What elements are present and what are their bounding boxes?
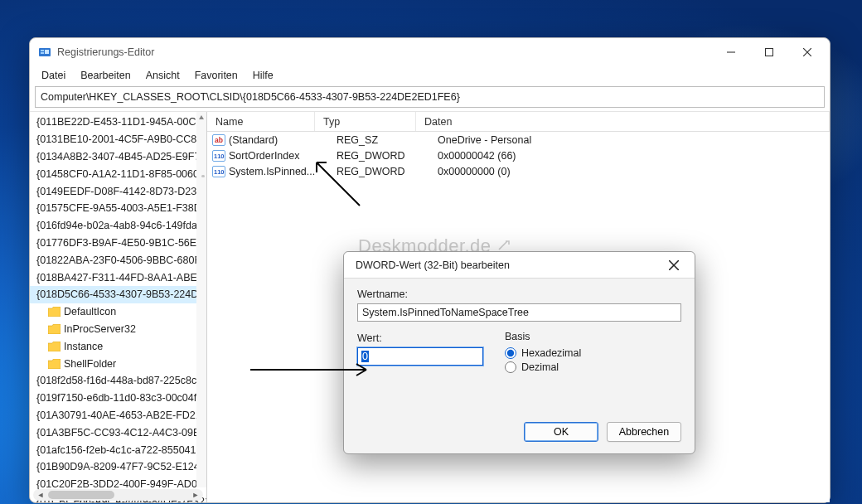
- scroll-right-icon[interactable]: ►: [190, 489, 201, 501]
- wertname-field[interactable]: System.IsPinnedToNameSpaceTree: [357, 303, 681, 322]
- folder-icon: [48, 307, 61, 317]
- wertname-value: System.IsPinnedToNameSpaceTree: [362, 307, 529, 318]
- annotation-arrow-2: [249, 361, 373, 379]
- menu-ansicht[interactable]: Ansicht: [139, 68, 186, 83]
- column-typ[interactable]: Typ: [315, 112, 416, 131]
- tree-item-label: DefaultIcon: [64, 306, 116, 317]
- tree-item[interactable]: {01822ABA-23F0-4506-9BBC-680F5D(}: [30, 251, 206, 269]
- radio-dec-input[interactable]: [505, 361, 516, 373]
- tree-item-label: {01B90D9A-8209-47F7-9C52-E1244BF: [36, 461, 206, 472]
- tree-item-label: {01afc156-f2eb-4c1c-a722-8550417d3: [36, 444, 206, 456]
- wert-label: Wert:: [357, 332, 487, 344]
- tree-item[interactable]: DefaultIcon: [30, 303, 206, 321]
- value-data: OneDrive - Personal: [429, 134, 830, 146]
- tree-vertical-scrollbar[interactable]: [196, 112, 206, 487]
- scroll-left-icon[interactable]: ◄: [35, 489, 46, 501]
- tree-item-label: {01822ABA-23F0-4506-9BBC-680F5D(}: [36, 254, 206, 266]
- tree-item-label: {016fd94e-b02a-4ab8-94c6-149fdab5: [36, 220, 206, 231]
- tree-item-label: {018D5C66-4533-4307-9B53-224DE2E: [36, 288, 206, 300]
- tree-item-label: {018f2d58-f16d-448a-bd87-225c8c5d: [36, 375, 206, 386]
- menu-datei[interactable]: Datei: [35, 68, 72, 83]
- value-name: (Standard): [229, 134, 328, 146]
- svg-text:110: 110: [214, 168, 225, 176]
- cancel-button[interactable]: Abbrechen: [607, 422, 681, 442]
- value-data: 0x00000042 (66): [429, 150, 830, 162]
- tree-item-label: {011BE22D-E453-11D1-945A-00C04FE: [36, 116, 206, 128]
- dialog-close-button[interactable]: [660, 254, 688, 277]
- tree-item[interactable]: InProcServer32: [30, 321, 206, 338]
- tree-item-label: {01776DF3-B9AF-4E50-9B1C-56E9311: [36, 237, 206, 249]
- tree-item[interactable]: Instance: [30, 337, 206, 355]
- maximize-button[interactable]: [750, 38, 788, 66]
- svg-rect-4: [766, 49, 773, 56]
- regedit-icon: [38, 46, 51, 59]
- folder-icon: [48, 359, 61, 369]
- tree-pane[interactable]: {011BE22D-E453-11D1-945A-00C04FE{0131BE1…: [30, 112, 207, 502]
- window-title: Registrierungs-Editor: [57, 46, 712, 58]
- tree-item[interactable]: {018BA427-F311-44FD-8AA1-ABEEB5: [30, 269, 206, 286]
- tree-item[interactable]: {01afc156-f2eb-4c1c-a722-8550417d3: [30, 441, 206, 458]
- tree-item-label: {0131BE10-2001-4C5F-A9B0-CC88FAI: [36, 133, 206, 145]
- column-name[interactable]: Name: [207, 112, 315, 131]
- tree-item[interactable]: {0134A8B2-3407-4B45-AD25-E9F7C92: [30, 148, 206, 166]
- close-button[interactable]: [788, 38, 826, 66]
- tree-item[interactable]: ShellFolder: [30, 355, 206, 372]
- menu-bearbeiten[interactable]: Bearbeiten: [74, 68, 137, 83]
- value-data: 0x00000000 (0): [429, 166, 830, 177]
- ok-button[interactable]: OK: [524, 422, 598, 442]
- radio-dec-label: Dezimal: [521, 361, 559, 373]
- wert-input[interactable]: 0: [357, 347, 483, 366]
- tree-item[interactable]: {01575CFE-9A55-4003-A5E1-F38D1EE: [30, 200, 206, 217]
- svg-rect-2: [41, 52, 44, 54]
- tree-item[interactable]: {01A3BF5C-CC93-4C12-A4C3-09B0BF: [30, 424, 206, 441]
- address-bar[interactable]: Computer\HKEY_CLASSES_ROOT\CLSID\{018D5C…: [35, 86, 825, 108]
- address-text: Computer\HKEY_CLASSES_ROOT\CLSID\{018D5C…: [41, 91, 460, 103]
- reg-dword-icon: 110: [212, 166, 225, 177]
- radio-hexadezimal[interactable]: Hexadezimal: [505, 347, 681, 359]
- tree-item[interactable]: {0131BE10-2001-4C5F-A9B0-CC88FAI: [30, 131, 206, 148]
- menu-hilfe[interactable]: Hilfe: [246, 68, 280, 83]
- tree-item[interactable]: {011BE22D-E453-11D1-945A-00C04FE: [30, 114, 206, 131]
- reg-dword-icon: 110: [212, 150, 225, 162]
- tree-item[interactable]: {0149EEDF-D08F-4142-8D73-D23903E: [30, 182, 206, 200]
- svg-rect-3: [45, 50, 49, 54]
- tree-horizontal-scrollbar[interactable]: ◄ ►: [33, 489, 203, 501]
- tree-item[interactable]: {018f2d58-f16d-448a-bd87-225c8c5d: [30, 372, 206, 390]
- list-row[interactable]: ab(Standard)REG_SZOneDrive - Personal: [207, 132, 830, 148]
- tree-item[interactable]: {01458CF0-A1A2-11D1-8F85-0060089: [30, 165, 206, 182]
- tree-item[interactable]: {018D5C66-4533-4307-9B53-224DE2E: [30, 286, 206, 303]
- menu-favoriten[interactable]: Favoriten: [188, 68, 245, 83]
- tree-item-label: {019f7150-e6db-11d0-83c3-00c04fdd: [36, 392, 206, 404]
- folder-icon: [48, 324, 61, 334]
- radio-dezimal[interactable]: Dezimal: [505, 361, 681, 373]
- svg-text:110: 110: [214, 153, 225, 160]
- minimize-button[interactable]: [712, 38, 750, 66]
- titlebar: Registrierungs-Editor: [30, 38, 830, 66]
- folder-icon: [48, 342, 61, 351]
- dialog-title: DWORD-Wert (32-Bit) bearbeiten: [356, 259, 660, 271]
- annotation-arrow-1: [312, 158, 370, 207]
- radio-hex-label: Hexadezimal: [521, 347, 581, 359]
- tree-item-label: {01458CF0-A1A2-11D1-8F85-0060089: [36, 168, 206, 180]
- tree-item[interactable]: {01776DF3-B9AF-4E50-9B1C-56E9311: [30, 235, 206, 252]
- tree-item[interactable]: {01A30791-40AE-4653-AB2E-FD21001: [30, 407, 206, 424]
- svg-text:ab: ab: [215, 136, 223, 144]
- list-row[interactable]: 110SortOrderIndexREG_DWORD0x00000042 (66…: [207, 148, 830, 163]
- radio-hex-input[interactable]: [505, 347, 516, 359]
- tree-item-label: InProcServer32: [64, 323, 136, 335]
- tree-item-label: {01575CFE-9A55-4003-A5E1-F38D1EE: [36, 202, 206, 214]
- column-daten[interactable]: Daten: [416, 112, 830, 131]
- tree-item-label: ShellFolder: [64, 358, 116, 370]
- edit-dword-dialog: DWORD-Wert (32-Bit) bearbeiten Wertname:…: [343, 251, 695, 454]
- scroll-thumb[interactable]: [48, 491, 114, 499]
- tree-item[interactable]: {01B90D9A-8209-47F7-9C52-E1244BF: [30, 458, 206, 476]
- tree-item-label: {0149EEDF-D08F-4142-8D73-D23903E: [36, 186, 206, 197]
- list-header: Name Typ Daten: [207, 112, 830, 132]
- tree-item[interactable]: {016fd94e-b02a-4ab8-94c6-149fdab5: [30, 217, 206, 235]
- tree-item-label: {0134A8B2-3407-4B45-AD25-E9F7C92: [36, 151, 206, 162]
- list-row[interactable]: 110System.IsPinned...REG_DWORD0x00000000…: [207, 163, 830, 179]
- tree-item-label: {018BA427-F311-44FD-8AA1-ABEEB5: [36, 272, 206, 284]
- tree-item[interactable]: {019f7150-e6db-11d0-83c3-00c04fdd: [30, 390, 206, 407]
- wertname-label: Wertname:: [357, 288, 681, 300]
- reg-sz-icon: ab: [212, 134, 225, 146]
